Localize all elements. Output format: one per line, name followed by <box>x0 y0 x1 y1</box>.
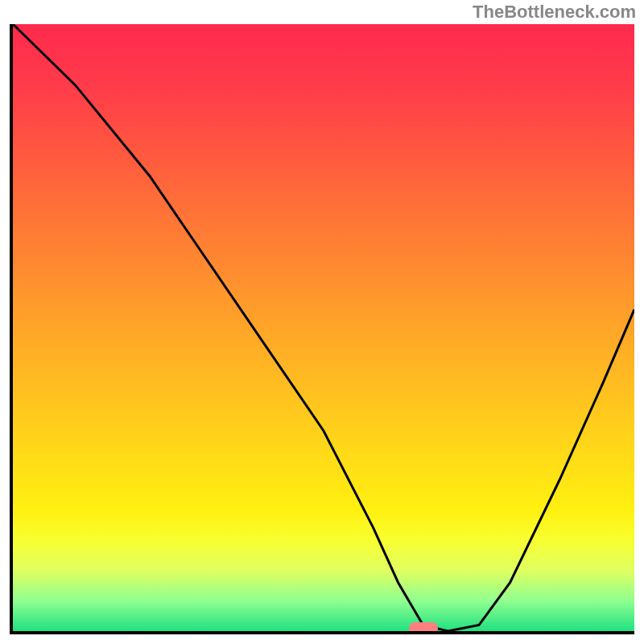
chart-area <box>10 24 634 634</box>
bottleneck-curve-path <box>13 24 634 631</box>
optimal-marker <box>409 622 438 634</box>
watermark-text: TheBottleneck.com <box>473 2 636 23</box>
chart-curve-svg <box>13 24 634 631</box>
